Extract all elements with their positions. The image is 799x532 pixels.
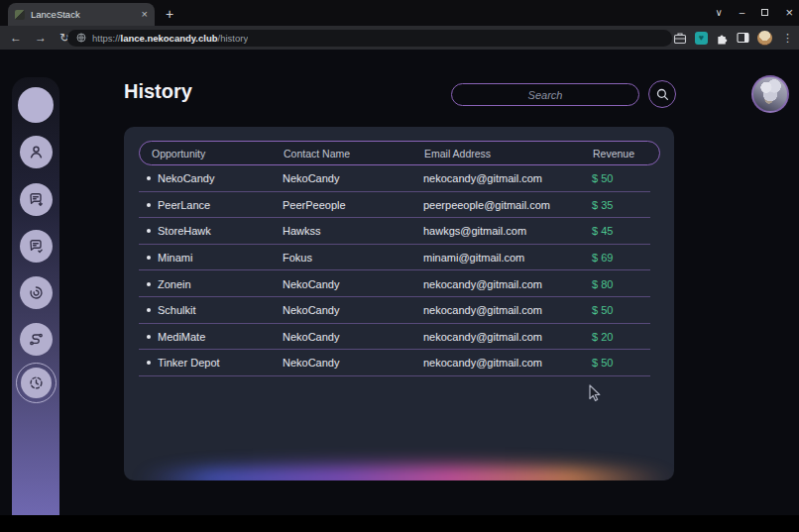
sidebar-item-activity[interactable] xyxy=(20,276,53,309)
row-revenue: $ 50 xyxy=(580,357,660,369)
bullet-icon xyxy=(147,256,151,260)
window-maximize-icon[interactable] xyxy=(761,9,768,16)
row-contact: NekoCandy xyxy=(271,304,411,316)
column-header-email: Email Address xyxy=(412,148,581,160)
sidebar-item-profile[interactable] xyxy=(20,136,53,168)
window-close-icon[interactable]: × xyxy=(785,5,793,20)
row-opportunity: PeerLance xyxy=(158,199,210,211)
bullet-icon xyxy=(147,335,151,339)
search-button[interactable] xyxy=(648,80,676,108)
table-row[interactable]: NekoCandy NekoCandy nekocandy@gitmail.co… xyxy=(139,165,660,192)
row-opportunity: NekoCandy xyxy=(158,172,214,184)
message-download-icon xyxy=(28,191,45,208)
sidebar xyxy=(12,77,59,515)
search-input[interactable] xyxy=(452,84,638,105)
briefcase-extension-icon[interactable] xyxy=(673,32,687,45)
heart-extension-icon[interactable]: ♥ xyxy=(695,32,708,45)
row-email: minami@gitmail.com xyxy=(411,252,580,264)
row-contact: Fokus xyxy=(271,252,411,264)
tab-close-icon[interactable]: × xyxy=(142,9,148,20)
row-revenue: $ 80 xyxy=(580,278,660,290)
row-revenue: $ 50 xyxy=(580,304,660,316)
sidebar-item-messages-incoming[interactable] xyxy=(20,183,53,216)
row-contact: PeerPeeople xyxy=(271,199,411,211)
page-viewport: History Opportunity Contact Name Email A… xyxy=(0,50,799,515)
bullet-icon xyxy=(147,282,151,286)
logo-circle xyxy=(18,87,54,123)
window-controls: ∨ – × xyxy=(716,2,793,22)
address-bar[interactable]: https://lance.nekocandy.club/history xyxy=(67,30,672,47)
row-opportunity: StoreHawk xyxy=(158,225,211,237)
table-row[interactable]: MediMate NekoCandy nekocandy@gitmail.com… xyxy=(139,324,660,351)
window-chevron-icon[interactable]: ∨ xyxy=(716,7,723,18)
rainbow-glow xyxy=(136,466,674,480)
row-revenue: $ 69 xyxy=(580,252,660,264)
column-header-opportunity: Opportunity xyxy=(140,148,272,160)
row-email: hawkgs@gitmail.com xyxy=(411,225,580,237)
history-card: Opportunity Contact Name Email Address R… xyxy=(124,127,674,480)
row-revenue: $ 20 xyxy=(580,331,660,343)
row-contact: NekoCandy xyxy=(271,278,411,290)
person-icon xyxy=(28,144,45,160)
browser-tab[interactable]: LanceStack × xyxy=(8,3,155,26)
column-header-revenue: Revenue xyxy=(581,148,659,160)
row-revenue: $ 50 xyxy=(580,172,660,184)
browser-menu-icon[interactable]: ⋮ xyxy=(780,32,795,45)
route-icon xyxy=(28,331,45,348)
sidebar-item-flow[interactable] xyxy=(20,323,53,356)
row-opportunity: Tinker Depot xyxy=(158,357,220,369)
spiral-icon xyxy=(28,284,45,301)
row-revenue: $ 45 xyxy=(580,225,660,237)
back-icon[interactable]: ← xyxy=(10,31,22,45)
row-email: peerpeeople@gitmail.com xyxy=(411,199,580,211)
favicon-icon xyxy=(15,10,25,20)
new-tab-button[interactable]: + xyxy=(161,5,178,23)
puzzle-extensions-icon[interactable] xyxy=(716,32,729,45)
toolbar-extensions: ♥ ⋮ xyxy=(673,26,795,50)
magnifier-icon xyxy=(655,87,670,102)
bullet-icon xyxy=(147,203,151,207)
row-email: nekocandy@gitmail.com xyxy=(411,172,580,184)
browser-toolbar: ← → ↻ https://lance.nekocandy.club/histo… xyxy=(0,26,799,50)
message-check-icon xyxy=(28,238,45,255)
history-clock-icon xyxy=(28,374,45,391)
tab-title: LanceStack xyxy=(31,9,136,20)
row-opportunity: Schulkit xyxy=(158,304,196,316)
table-body: NekoCandy NekoCandy nekocandy@gitmail.co… xyxy=(139,165,660,376)
row-email: nekocandy@gitmail.com xyxy=(411,304,580,316)
sidebar-item-history[interactable] xyxy=(16,363,57,403)
screen: LanceStack × + ∨ – × ← → ↻ https://lance… xyxy=(0,0,799,532)
table-row[interactable]: PeerLance PeerPeeople peerpeeople@gitmai… xyxy=(139,192,660,219)
row-email: nekocandy@gitmail.com xyxy=(411,278,580,290)
browser-profile-avatar[interactable] xyxy=(757,31,772,46)
window-minimize-icon[interactable]: – xyxy=(740,7,745,18)
column-header-contact: Contact Name xyxy=(272,148,412,160)
bullet-icon xyxy=(147,308,151,312)
sidebar-item-messages-done[interactable] xyxy=(20,230,53,263)
table-row[interactable]: Zonein NekoCandy nekocandy@gitmail.com $… xyxy=(139,270,660,297)
search-field xyxy=(451,83,639,106)
row-email: nekocandy@gitmail.com xyxy=(411,357,580,369)
row-contact: NekoCandy xyxy=(271,331,411,343)
forward-icon[interactable]: → xyxy=(35,31,47,45)
browser-tabstrip: LanceStack × + ∨ – × xyxy=(0,0,799,26)
table-row[interactable]: Tinker Depot NekoCandy nekocandy@gitmail… xyxy=(139,350,660,376)
row-opportunity: Zonein xyxy=(158,278,191,290)
row-revenue: $ 35 xyxy=(580,199,660,211)
mouse-cursor xyxy=(589,384,602,402)
table-row[interactable]: StoreHawk Hawkss hawkgs@gitmail.com $ 45 xyxy=(139,218,660,245)
side-panel-icon[interactable] xyxy=(737,32,749,44)
table-row[interactable]: Minami Fokus minami@gitmail.com $ 69 xyxy=(139,245,660,271)
row-email: nekocandy@gitmail.com xyxy=(411,331,580,343)
table-header: Opportunity Contact Name Email Address R… xyxy=(139,141,660,165)
row-contact: NekoCandy xyxy=(271,357,411,369)
bullet-icon xyxy=(147,176,151,180)
globe-icon xyxy=(76,33,86,43)
row-opportunity: MediMate xyxy=(158,331,205,343)
row-contact: NekoCandy xyxy=(271,172,411,184)
user-avatar[interactable] xyxy=(751,75,789,113)
table-row[interactable]: Schulkit NekoCandy nekocandy@gitmail.com… xyxy=(139,297,660,324)
row-contact: Hawkss xyxy=(271,225,411,237)
page-title: History xyxy=(124,80,192,103)
bullet-icon xyxy=(147,229,151,233)
